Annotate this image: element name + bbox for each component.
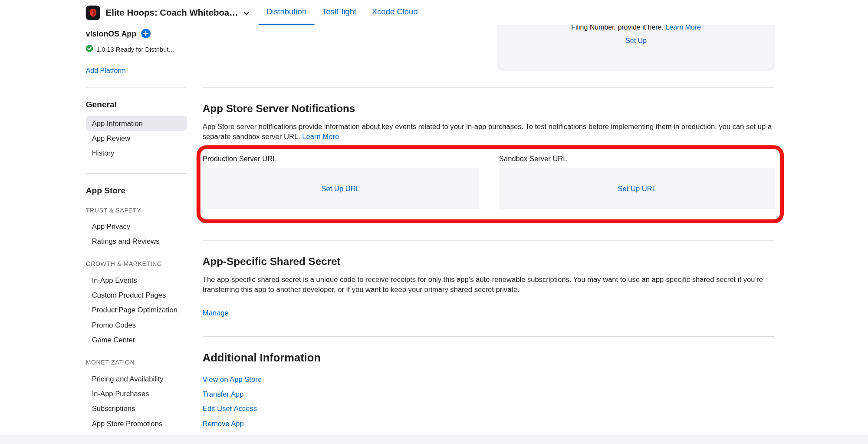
version-status-row[interactable]: 1.0.13 Ready for Distribut…	[86, 45, 187, 53]
edit-user-access-link[interactable]: Edit User Access	[203, 402, 257, 417]
sidebar-item-ratings-and-reviews[interactable]: Ratings and Reviews	[86, 234, 187, 249]
platform-title: visionOS App	[86, 29, 136, 38]
sidebar-item-app-privacy[interactable]: App Privacy	[86, 219, 187, 234]
sidebar-item-game-center[interactable]: Game Center	[86, 332, 187, 347]
additional-links: View on App Store Transfer App Edit User…	[203, 372, 775, 431]
shared-secret-title: App-Specific Shared Secret	[203, 255, 775, 268]
sidebar-item-pricing-and-availability[interactable]: Pricing and Availability	[86, 371, 187, 386]
server-notifications-description-text: App Store server notifications provide i…	[203, 123, 772, 140]
production-server-url-label: Production Server URL	[203, 155, 479, 163]
header-tabs: Distribution TestFlight Xcode Cloud	[259, 0, 426, 25]
sidebar-divider	[86, 88, 187, 88]
check-icon	[86, 45, 93, 53]
sidebar-item-app-information[interactable]: App Information	[86, 116, 187, 131]
production-server-url-panel: Set Up URL	[203, 168, 479, 209]
server-url-columns: Production Server URL Set Up URL Sandbox…	[203, 155, 775, 209]
sidebar-item-app-store-promotions[interactable]: App Store Promotions	[86, 416, 187, 431]
chevron-down-icon[interactable]	[243, 10, 250, 16]
sidebar-item-app-review[interactable]: App Review	[86, 131, 187, 146]
sidebar-divider	[86, 173, 187, 174]
sidebar-item-product-page-optimization[interactable]: Product Page Optimization	[86, 302, 187, 317]
sidebar-item-subscriptions[interactable]: Subscriptions	[86, 401, 187, 416]
add-platform-link[interactable]: Add Platform	[86, 67, 126, 75]
shared-secret-description: The app-specific shared secret is a uniq…	[203, 275, 775, 295]
sidebar-group-growth-and-marketing: GROWTH & MARKETING	[86, 260, 187, 267]
view-on-app-store-link[interactable]: View on App Store	[203, 372, 262, 387]
footer-strip	[0, 435, 868, 444]
platform-row: visionOS App	[86, 29, 187, 38]
server-notifications-description: App Store server notifications provide i…	[203, 122, 775, 142]
tab-distribution[interactable]: Distribution	[259, 0, 314, 25]
additional-information-title: Additional Information	[203, 351, 775, 364]
sidebar-section-general: General	[86, 100, 187, 109]
app-title[interactable]: Elite Hoops: Coach Whiteboa…	[106, 7, 238, 17]
server-notifications-title: App Store Server Notifications	[203, 103, 775, 115]
sandbox-set-up-url-link[interactable]: Set Up URL	[618, 184, 656, 192]
tab-xcode-cloud[interactable]: Xcode Cloud	[364, 0, 426, 25]
production-set-up-url-link[interactable]: Set Up URL	[322, 184, 360, 192]
version-status-label: 1.0.13 Ready for Distribut…	[96, 46, 175, 52]
sidebar-group-monetization: MONETIZATION	[86, 359, 187, 366]
sidebar-group-trust-and-safety: TRUST & SAFETY	[86, 207, 187, 213]
tab-testflight[interactable]: TestFlight	[314, 0, 364, 25]
sandbox-server-url-label: Sandbox Server URL	[499, 155, 775, 163]
sidebar-item-history[interactable]: History	[86, 146, 187, 160]
app-store-connect-page: Filing Number, provide it here. Learn Mo…	[0, 0, 868, 444]
sidebar-item-in-app-purchases[interactable]: In-App Purchases	[86, 386, 187, 401]
sidebar-section-app-store: App Store	[86, 186, 187, 195]
sidebar-item-in-app-events[interactable]: In-App Events	[86, 273, 187, 288]
add-platform-plus-icon[interactable]	[141, 29, 151, 38]
production-server-url-column: Production Server URL Set Up URL	[203, 155, 479, 209]
remove-app-link[interactable]: Remove App	[203, 417, 244, 431]
divider	[203, 336, 775, 337]
server-notifications-learn-more-link[interactable]: Learn More	[302, 132, 339, 140]
sidebar-item-promo-codes[interactable]: Promo Codes	[86, 318, 187, 332]
main-content: App Store Server Notifications App Store…	[203, 25, 775, 431]
sidebar-item-custom-product-pages[interactable]: Custom Product Pages	[86, 288, 187, 302]
divider	[203, 240, 775, 240]
manage-link[interactable]: Manage	[203, 308, 229, 317]
sidebar: visionOS App 1.0.13 Ready for Distribut……	[86, 25, 187, 431]
transfer-app-link[interactable]: Transfer App	[203, 387, 243, 402]
app-header: Elite Hoops: Coach Whiteboa… Distributio…	[0, 0, 868, 25]
divider	[203, 87, 775, 87]
sandbox-server-url-column: Sandbox Server URL Set Up URL	[499, 155, 775, 209]
setup-card-set-up-link[interactable]: Set Up	[625, 37, 647, 45]
sandbox-server-url-panel: Set Up URL	[499, 168, 775, 209]
app-icon	[86, 5, 100, 20]
